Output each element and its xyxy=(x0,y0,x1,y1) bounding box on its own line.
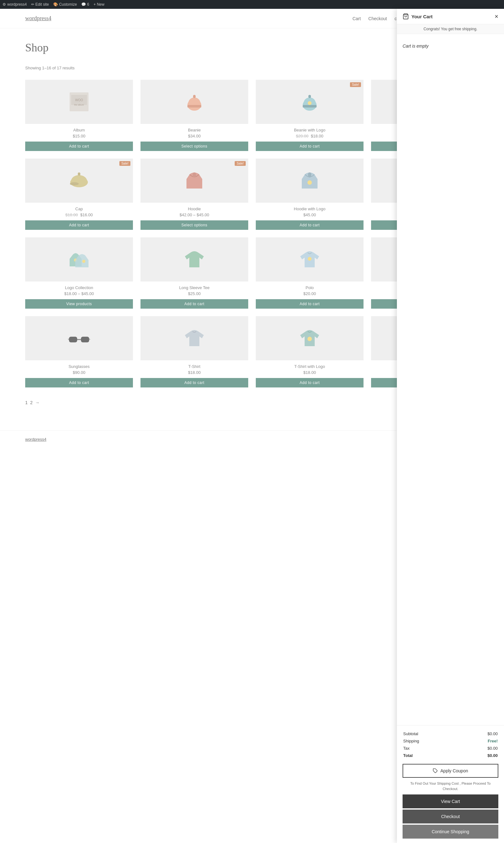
long-sleeve-image-icon xyxy=(182,247,207,272)
svg-point-25 xyxy=(308,257,311,261)
product-hoodie: Sale! Hoodie $42.00 – $45.00 Select opti… xyxy=(141,159,248,230)
product-image-beanie xyxy=(141,80,248,124)
admin-comments[interactable]: 💬 6 xyxy=(81,2,89,6)
hoodie-logo-image-icon xyxy=(297,168,322,193)
product-name-tshirt: T-Shirt xyxy=(141,364,248,369)
add-to-cart-sunglasses[interactable]: Add to cart xyxy=(25,378,133,388)
svg-rect-18 xyxy=(193,172,196,177)
price-old-cap: $18.00 xyxy=(65,212,78,217)
svg-rect-10 xyxy=(308,95,311,98)
footer-site-title[interactable]: wordpress4 xyxy=(25,437,46,442)
product-hoodie-logo: Hoodie with Logo $45.00 Add to cart xyxy=(256,159,363,230)
product-price-tshirt-logo: $18.00 xyxy=(256,370,363,375)
sale-badge-hoodie: Sale! xyxy=(235,161,246,166)
add-to-cart-beanie-logo[interactable]: Add to cart xyxy=(256,141,363,151)
product-album: WOO the album Album $15.00 Add to cart xyxy=(25,80,133,151)
product-image-hoodie-logo xyxy=(256,159,363,203)
add-to-cart-long-sleeve[interactable]: Add to cart xyxy=(141,299,248,309)
polo-image-icon xyxy=(297,247,322,272)
add-to-cart-cap[interactable]: Add to cart xyxy=(25,220,133,230)
product-name-hoodie-logo: Hoodie with Logo xyxy=(256,206,363,211)
product-image-hoodie: Sale! xyxy=(141,159,248,203)
add-to-cart-hoodie-logo[interactable]: Add to cart xyxy=(256,220,363,230)
product-name-album: Album xyxy=(25,128,133,133)
product-image-album: WOO the album xyxy=(25,80,133,124)
product-cap: Sale! Cap $18.00 $16.00 Add to cart xyxy=(25,159,133,230)
hoodie-image-icon xyxy=(182,168,207,193)
cart-sidebar: Your Cart × Congrats! You get free shipp… xyxy=(397,9,504,448)
product-image-cap: Sale! xyxy=(25,159,133,203)
admin-edit-site[interactable]: ✏ Edit site xyxy=(31,2,49,6)
svg-line-33 xyxy=(68,339,69,340)
svg-rect-5 xyxy=(187,105,201,107)
product-price-polo: $20.00 xyxy=(256,291,363,296)
add-to-cart-tshirt-logo[interactable]: Add to cart xyxy=(256,378,363,388)
nav-cart[interactable]: Cart xyxy=(353,16,361,21)
product-image-tshirt xyxy=(141,316,248,360)
product-price-logo-collection: $18.00 – $45.00 xyxy=(25,291,133,296)
product-name-hoodie: Hoodie xyxy=(141,206,248,211)
svg-text:WOO: WOO xyxy=(75,98,83,102)
tshirt-image-icon xyxy=(182,326,207,351)
page-next-arrow[interactable]: → xyxy=(35,400,40,405)
logo-collection-image-icon xyxy=(67,247,92,272)
product-sunglasses: Sunglasses $90.00 Add to cart xyxy=(25,316,133,388)
product-image-long-sleeve xyxy=(141,237,248,281)
add-to-cart-tshirt[interactable]: Add to cart xyxy=(141,378,248,388)
svg-rect-6 xyxy=(193,95,196,98)
svg-point-35 xyxy=(307,337,312,341)
product-price-beanie-logo: $20.00 $18.00 xyxy=(256,134,363,138)
select-options-beanie[interactable]: Select options xyxy=(141,141,248,151)
product-image-tshirt-logo xyxy=(256,316,363,360)
product-tshirt-logo: T-Shirt with Logo $18.00 Add to cart xyxy=(256,316,363,388)
cart-empty-message: Cart is empty xyxy=(397,34,504,58)
admin-customize[interactable]: 🎨 Customize xyxy=(53,2,77,6)
product-tshirt: T-Shirt $18.00 Add to cart xyxy=(141,316,248,388)
price-old-beanie-logo: $20.00 xyxy=(296,134,308,138)
add-to-cart-album[interactable]: Add to cart xyxy=(25,141,133,151)
beanie-image-icon xyxy=(182,89,207,115)
product-price-beanie: $34.00 xyxy=(141,134,248,138)
product-name-polo: Polo xyxy=(256,285,363,290)
product-image-logo-collection xyxy=(25,237,133,281)
product-price-long-sleeve: $25.00 xyxy=(141,291,248,296)
svg-point-19 xyxy=(307,180,312,185)
product-name-tshirt-logo: T-Shirt with Logo xyxy=(256,364,363,369)
cart-close-button[interactable]: × xyxy=(494,13,498,20)
svg-rect-31 xyxy=(81,337,89,342)
tshirt-logo-image-icon xyxy=(297,326,322,351)
product-polo: Polo $20.00 Add to cart xyxy=(256,237,363,309)
product-price-sunglasses: $90.00 xyxy=(25,370,133,375)
admin-bar: ⚙ wordpress4 ✏ Edit site 🎨 Customize 💬 6… xyxy=(0,0,504,9)
showing-results: Showing 1–16 of 17 results xyxy=(25,66,75,70)
product-price-hoodie: $42.00 – $45.00 xyxy=(141,212,248,217)
add-to-cart-polo[interactable]: Add to cart xyxy=(256,299,363,309)
product-beanie: Beanie $34.00 Select options xyxy=(141,80,248,151)
svg-text:the album: the album xyxy=(74,104,84,106)
product-name-beanie: Beanie xyxy=(141,128,248,133)
sunglasses-image-icon xyxy=(67,326,92,351)
admin-wp-logo[interactable]: ⚙ wordpress4 xyxy=(2,2,27,6)
select-options-hoodie[interactable]: Select options xyxy=(141,220,248,230)
page-next[interactable]: 2 xyxy=(30,400,33,405)
price-new-beanie-logo: $18.00 xyxy=(311,134,324,138)
product-price-album: $15.00 xyxy=(25,134,133,138)
cart-free-shipping-msg: Congrats! You get free shipping. xyxy=(397,24,504,34)
product-name-cap: Cap xyxy=(25,206,133,211)
album-image-icon: WOO the album xyxy=(67,89,92,115)
nav-checkout[interactable]: Checkout xyxy=(368,16,387,21)
cart-icon xyxy=(402,13,409,20)
price-new-cap: $16.00 xyxy=(80,212,93,217)
product-price-cap: $18.00 $16.00 xyxy=(25,212,133,217)
view-products-logo-collection[interactable]: View products xyxy=(25,299,133,309)
product-image-polo xyxy=(256,237,363,281)
svg-rect-8 xyxy=(303,105,317,107)
admin-new[interactable]: + New xyxy=(93,2,104,6)
cart-header: Your Cart × xyxy=(397,9,504,24)
sale-badge-beanie-logo: Sale! xyxy=(350,82,361,87)
beanie-logo-image-icon xyxy=(297,89,322,115)
cart-body: Cart is empty xyxy=(397,34,504,448)
site-title[interactable]: wordpress4 xyxy=(25,15,51,22)
product-image-sunglasses xyxy=(25,316,133,360)
svg-point-24 xyxy=(82,260,85,263)
